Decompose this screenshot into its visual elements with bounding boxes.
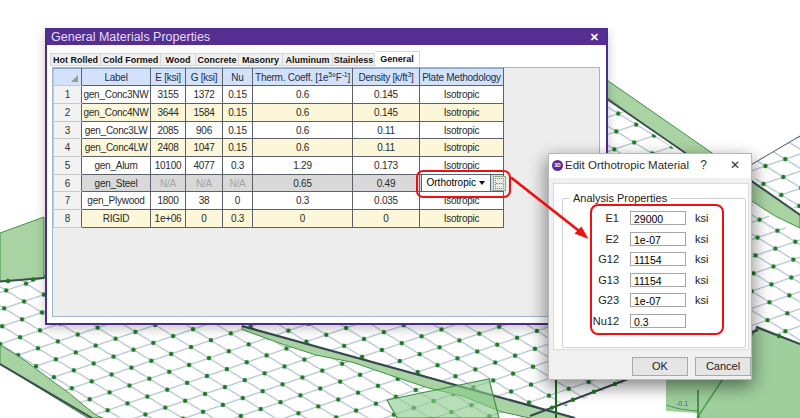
svg-text:-0.1: -0.1 <box>676 400 688 407</box>
